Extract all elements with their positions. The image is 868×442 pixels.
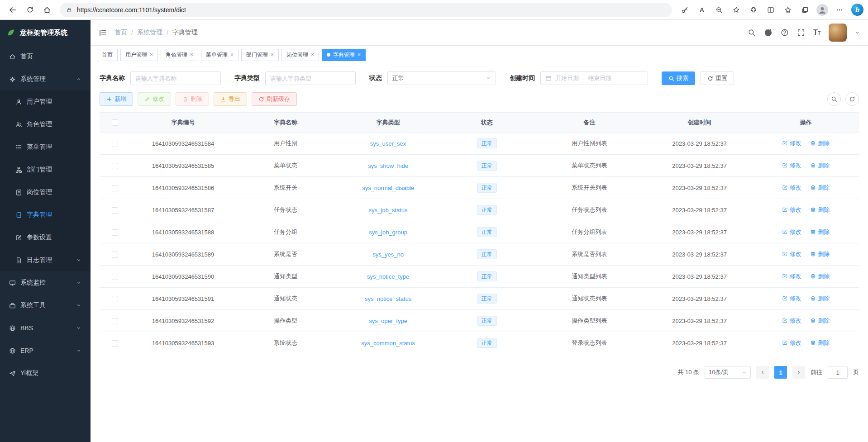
close-icon[interactable]: ×	[271, 52, 274, 58]
refresh-cache-button[interactable]: 刷新缓存	[252, 92, 297, 106]
sidebar-item-bbs[interactable]: BBS	[0, 317, 91, 339]
edit-row-button[interactable]: 修改	[782, 272, 801, 280]
row-checkbox[interactable]	[112, 252, 118, 258]
sidebar-item-dict-mgmt[interactable]: 字典管理	[0, 204, 91, 226]
refresh-table-button[interactable]	[845, 92, 859, 106]
status-select[interactable]: 正常	[387, 71, 496, 85]
header-search-button[interactable]	[748, 29, 756, 37]
row-checkbox[interactable]	[112, 318, 118, 324]
help-button[interactable]	[781, 29, 789, 37]
export-button[interactable]: 导出	[214, 92, 247, 106]
close-icon[interactable]: ×	[150, 52, 153, 58]
close-icon[interactable]: ×	[230, 52, 234, 58]
row-checkbox[interactable]	[112, 207, 118, 214]
row-checkbox[interactable]	[112, 141, 118, 147]
dict-type-link[interactable]: sys_notice_status	[365, 295, 411, 302]
collections-button[interactable]	[797, 2, 813, 18]
sidebar-item-param-settings[interactable]: 参数设置	[0, 226, 91, 249]
sidebar-item-yi-framework[interactable]: Yi框架	[0, 362, 91, 385]
tab-role-mgmt[interactable]: 角色管理×	[161, 49, 198, 61]
dict-type-link[interactable]: sys_user_sex	[370, 140, 406, 147]
delete-row-button[interactable]: 删除	[810, 272, 830, 280]
tab-dict-mgmt[interactable]: 字典管理×	[322, 49, 366, 61]
sidebar-item-dept-mgmt[interactable]: 部门管理	[0, 158, 91, 181]
edit-row-button[interactable]: 修改	[782, 184, 801, 192]
tab-user-mgmt[interactable]: 用户管理×	[120, 49, 158, 61]
tab-menu-mgmt[interactable]: 菜单管理×	[201, 49, 238, 61]
delete-button[interactable]: 删除	[176, 92, 209, 106]
page-size-select[interactable]: 10条/页	[705, 366, 751, 379]
browser-more-button[interactable]	[831, 2, 848, 18]
breadcrumb-system[interactable]: 系统管理	[137, 29, 162, 37]
dict-type-link[interactable]: sys_job_group	[369, 229, 407, 236]
font-size-button[interactable]: TT	[813, 29, 820, 37]
read-aloud-button[interactable]: A	[694, 2, 710, 18]
page-number-button[interactable]: 1	[774, 366, 787, 379]
sidebar-item-system-monitor[interactable]: 系统监控	[0, 271, 91, 294]
delete-row-button[interactable]: 删除	[810, 295, 830, 303]
close-icon[interactable]: ×	[358, 52, 361, 58]
browser-refresh-button[interactable]	[22, 2, 38, 18]
search-button[interactable]: 搜索	[662, 71, 695, 85]
edit-row-button[interactable]: 修改	[782, 162, 801, 170]
delete-row-button[interactable]: 删除	[810, 139, 830, 147]
edit-row-button[interactable]: 修改	[782, 228, 801, 236]
sidebar-item-menu-mgmt[interactable]: 菜单管理	[0, 136, 91, 158]
delete-row-button[interactable]: 删除	[810, 339, 830, 347]
app-logo[interactable]: 意框架管理系统	[0, 20, 91, 45]
row-checkbox[interactable]	[112, 274, 118, 280]
row-checkbox[interactable]	[112, 163, 118, 169]
edit-row-button[interactable]: 修改	[782, 139, 801, 147]
sidebar-item-erp[interactable]: ERP	[0, 339, 91, 362]
user-avatar[interactable]	[829, 24, 847, 42]
row-checkbox[interactable]	[112, 296, 118, 302]
split-screen-button[interactable]	[763, 2, 779, 18]
chevron-down-icon[interactable]	[855, 30, 860, 35]
next-page-button[interactable]	[792, 366, 805, 379]
edit-row-button[interactable]: 修改	[782, 206, 801, 214]
dict-name-input[interactable]	[130, 71, 221, 85]
breadcrumb-home[interactable]: 首页	[114, 29, 127, 37]
close-icon[interactable]: ×	[190, 52, 193, 58]
github-link-button[interactable]	[764, 29, 773, 37]
browser-profile-button[interactable]	[814, 2, 830, 18]
delete-row-button[interactable]: 删除	[810, 228, 830, 236]
address-bar[interactable]: https://ccnetcore.com:1101/system/dict	[60, 3, 672, 17]
sidebar-item-home[interactable]: 首页	[0, 45, 91, 68]
delete-row-button[interactable]: 删除	[810, 250, 830, 258]
browser-back-button[interactable]	[5, 2, 21, 18]
zoom-button[interactable]	[711, 2, 727, 18]
favorites-bar-button[interactable]	[780, 2, 796, 18]
tab-dept-mgmt[interactable]: 部门管理×	[241, 49, 279, 61]
sidebar-item-user-mgmt[interactable]: 用户管理	[0, 90, 91, 113]
dict-type-link[interactable]: sys_yes_no	[372, 251, 404, 258]
dict-type-link[interactable]: sys_normal_disable	[362, 185, 414, 191]
toggle-search-button[interactable]	[827, 92, 841, 106]
tab-post-mgmt[interactable]: 岗位管理×	[281, 49, 319, 61]
dict-type-link[interactable]: sys_notice_type	[367, 273, 409, 280]
dict-type-link[interactable]: sys_show_hide	[368, 162, 408, 169]
delete-row-button[interactable]: 删除	[810, 162, 830, 170]
bing-sidebar-button[interactable]: b	[851, 4, 863, 16]
reset-button[interactable]: 重置	[701, 71, 734, 85]
row-checkbox[interactable]	[112, 340, 118, 347]
password-key-button[interactable]	[677, 2, 693, 18]
sidebar-item-system-mgmt[interactable]: 系统管理	[0, 68, 91, 90]
edit-row-button[interactable]: 修改	[782, 317, 801, 325]
sidebar-toggle-icon[interactable]	[99, 29, 107, 37]
dict-type-input[interactable]	[265, 71, 356, 85]
add-button[interactable]: 新增	[100, 92, 133, 106]
close-icon[interactable]: ×	[311, 52, 314, 58]
prev-page-button[interactable]	[756, 366, 769, 379]
delete-row-button[interactable]: 删除	[810, 206, 830, 214]
row-checkbox[interactable]	[112, 185, 118, 191]
browser-home-button[interactable]	[39, 2, 55, 18]
sidebar-item-log-mgmt[interactable]: 日志管理	[0, 249, 91, 271]
sidebar-item-post-mgmt[interactable]: 岗位管理	[0, 181, 91, 204]
fullscreen-button[interactable]	[797, 29, 805, 37]
dict-type-link[interactable]: sys_job_status	[369, 207, 408, 214]
row-checkbox[interactable]	[112, 229, 118, 236]
extensions-button[interactable]	[745, 2, 762, 18]
select-all-checkbox[interactable]	[112, 119, 118, 126]
edit-row-button[interactable]: 修改	[782, 250, 801, 258]
